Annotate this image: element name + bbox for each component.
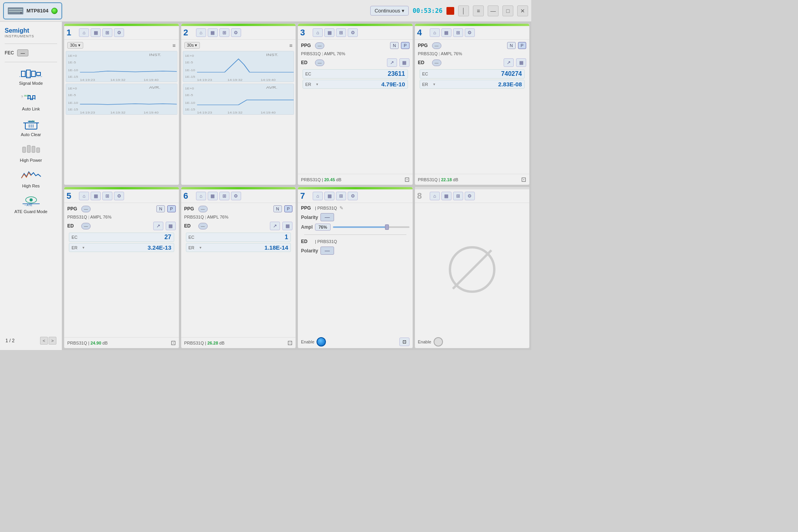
ch2-bar-chart-button[interactable]: ▦	[208, 28, 218, 37]
close-button[interactable]: ✕	[517, 5, 528, 16]
ch3-bar-chart-button[interactable]: ▦	[324, 28, 334, 37]
ch3-home-button[interactable]: ⌂	[313, 28, 323, 37]
ch3-n-button[interactable]: N	[390, 42, 399, 49]
ch6-er-row: ER ▾ 1.18E-14	[186, 243, 291, 252]
ch2-settings-button[interactable]: ⚙	[231, 28, 241, 37]
sidebar-item-high-res[interactable]: High Res	[2, 167, 60, 191]
channel-card-1: 1 ⌂ ▦ ⊞ ⚙ 30s ▾ ≡ INST. 1E+0 1E-5	[64, 23, 179, 185]
continuous-button[interactable]: Continuous ▾	[370, 6, 409, 16]
ch5-ed-line-button[interactable]: ↗	[153, 222, 163, 230]
ch4-n-button[interactable]: N	[507, 42, 516, 49]
ch2-menu-icon[interactable]: ≡	[289, 42, 292, 49]
ch6-n-button[interactable]: N	[273, 205, 282, 212]
minimize-button[interactable]: —	[488, 5, 499, 16]
ch7-ampl-value[interactable]: 76%	[315, 224, 331, 231]
content-area: 1 ⌂ ▦ ⊞ ⚙ 30s ▾ ≡ INST. 1E+0 1E-5	[62, 22, 531, 350]
page-prev-button[interactable]: <	[40, 337, 48, 345]
ch3-footer-save-icon[interactable]: ⊡	[404, 176, 410, 183]
sidebar-item-auto-link[interactable]: ? auto Auto Link	[2, 90, 60, 114]
ch1-time-button[interactable]: 30s ▾	[67, 42, 83, 49]
ch6-p-button[interactable]: P	[284, 205, 292, 212]
ch3-ed-toggle[interactable]: —	[315, 60, 324, 66]
sidebar-item-high-power[interactable]: High Power	[2, 141, 60, 165]
ch7-ppg-polarity-button[interactable]: —	[320, 213, 334, 221]
ch1-menu-icon[interactable]: ≡	[172, 42, 175, 49]
ch6-ed-toggle[interactable]: —	[198, 223, 208, 229]
ch6-home-button[interactable]: ⌂	[196, 192, 206, 200]
ch7-bar-chart-button[interactable]: ▦	[324, 192, 334, 200]
ch8-waveform-button[interactable]: ⊞	[453, 192, 463, 200]
ch5-bar-chart-button[interactable]: ▦	[91, 192, 101, 200]
ch2-time-button[interactable]: 30s ▾	[184, 42, 200, 49]
ch5-p-button[interactable]: P	[167, 205, 175, 212]
ch6-bar-chart-button[interactable]: ▦	[208, 192, 218, 200]
ch7-save-button[interactable]: ⊡	[399, 338, 410, 346]
ch2-waveform-button[interactable]: ⊞	[219, 28, 229, 37]
ch5-waveform-button[interactable]: ⊞	[102, 192, 112, 200]
channel-1-header: 1 ⌂ ▦ ⊞ ⚙	[64, 26, 179, 40]
ch7-ampl-thumb[interactable]	[385, 224, 389, 230]
svg-text:14:19:32: 14:19:32	[110, 79, 126, 82]
ch4-ed-line-button[interactable]: ↗	[504, 58, 514, 67]
ch4-ed-bar-button[interactable]: ▦	[516, 58, 526, 67]
ch5-n-button[interactable]: N	[156, 205, 165, 212]
ch7-waveform-button[interactable]: ⊞	[336, 192, 346, 200]
ch5-ed-bar-button[interactable]: ▦	[166, 222, 176, 230]
svg-rect-2	[9, 11, 23, 12]
ch3-waveform-button[interactable]: ⊞	[336, 28, 346, 37]
ch1-home-button[interactable]: ⌂	[79, 28, 89, 37]
ch5-footer-save-icon[interactable]: ⊡	[171, 339, 176, 346]
ch4-home-button[interactable]: ⌂	[430, 28, 440, 37]
ch6-ppg-toggle[interactable]: —	[198, 206, 208, 212]
ch3-settings-button[interactable]: ⚙	[348, 28, 358, 37]
ch5-ec-value: 27	[164, 234, 172, 241]
ch6-settings-button[interactable]: ⚙	[231, 192, 241, 200]
ch7-ppg-polarity-row: Polarity —	[301, 213, 410, 221]
ch6-waveform-button[interactable]: ⊞	[219, 192, 229, 200]
ch3-ec-row: EC 23611	[303, 69, 408, 79]
channel-6-ppg-section: PPG — N P PRBS31Q | AMPL 76% ED — ↗ ▦	[181, 203, 296, 254]
ch7-ed-polarity-button[interactable]: —	[320, 247, 334, 255]
sidebar-item-signal-mode[interactable]: Signal Mode	[2, 65, 60, 88]
ch3-ed-line-button[interactable]: ↗	[387, 58, 397, 67]
ch7-home-button[interactable]: ⌂	[313, 192, 323, 200]
ch4-footer-save-icon[interactable]: ⊡	[521, 176, 526, 183]
ch4-waveform-button[interactable]: ⊞	[453, 28, 463, 37]
ch4-bar-chart-button[interactable]: ▦	[441, 28, 452, 37]
ch5-settings-button[interactable]: ⚙	[114, 192, 124, 200]
stop-button[interactable]	[446, 7, 454, 15]
ch6-ed-line-button[interactable]: ↗	[270, 222, 280, 230]
ch2-home-button[interactable]: ⌂	[196, 28, 206, 37]
ch3-p-button[interactable]: P	[401, 42, 409, 49]
ch7-settings-button[interactable]: ⚙	[348, 192, 358, 200]
ch1-waveform-button[interactable]: ⊞	[102, 28, 112, 37]
ch7-ampl-slider[interactable]	[333, 226, 409, 228]
ch4-ed-toggle[interactable]: —	[432, 60, 441, 66]
maximize-button[interactable]: □	[502, 5, 513, 16]
ch5-home-button[interactable]: ⌂	[79, 192, 89, 200]
sidebar-item-auto-clear[interactable]: auto Auto Clear	[2, 116, 60, 140]
menu-button[interactable]: ≡	[473, 5, 484, 16]
ch1-bar-chart-button[interactable]: ▦	[91, 28, 101, 37]
ch8-settings-button[interactable]: ⚙	[465, 192, 475, 200]
device-badge[interactable]: MTP8104	[3, 2, 62, 19]
ch7-ppg-edit-icon[interactable]: ✎	[340, 205, 343, 211]
ch8-bar-chart-button[interactable]: ▦	[441, 192, 452, 200]
ch4-ppg-toggle[interactable]: —	[432, 42, 441, 49]
ch6-footer-save-icon[interactable]: ⊡	[287, 339, 292, 346]
ch5-ppg-toggle[interactable]: —	[81, 206, 91, 212]
ch3-ed-bar-button[interactable]: ▦	[399, 58, 410, 67]
ch8-enable-button[interactable]	[434, 337, 443, 346]
ch3-ppg-toggle[interactable]: —	[315, 42, 324, 49]
ch5-ed-toggle[interactable]: —	[81, 223, 91, 229]
ch7-enable-button[interactable]	[317, 337, 326, 346]
ch4-p-button[interactable]: P	[518, 42, 526, 49]
sidebar-item-ate-guard[interactable]: →ATE ATE Guard Mode	[2, 192, 60, 217]
ch6-prbs-info: PRBS31Q | AMPL 76%	[184, 215, 293, 219]
ch6-ed-bar-button[interactable]: ▦	[282, 222, 292, 230]
page-next-button[interactable]: >	[49, 337, 56, 345]
fec-button[interactable]: —	[17, 49, 28, 56]
ch4-settings-button[interactable]: ⚙	[465, 28, 475, 37]
ch8-home-button[interactable]: ⌂	[430, 192, 440, 200]
ch1-settings-button[interactable]: ⚙	[114, 28, 124, 37]
